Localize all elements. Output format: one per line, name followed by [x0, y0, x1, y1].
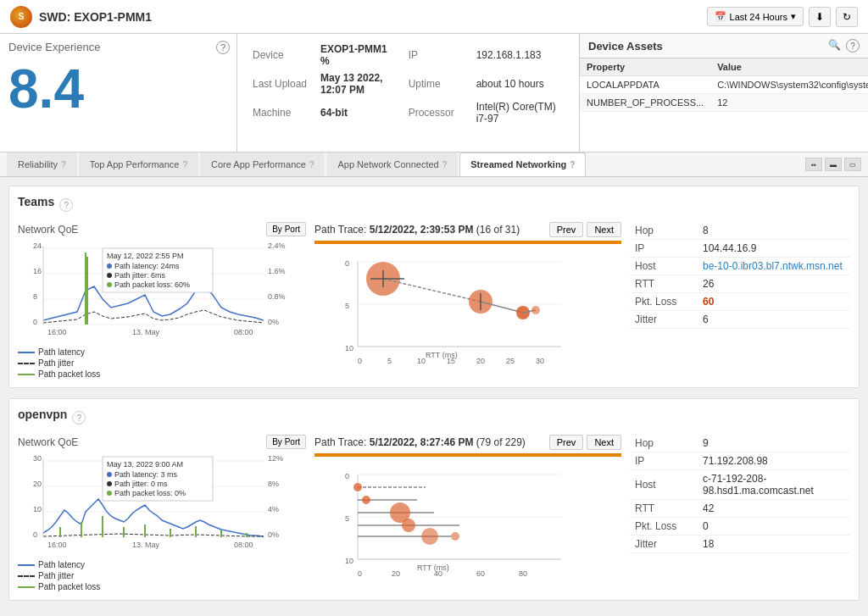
device-experience-help-icon[interactable]: ? — [216, 41, 230, 54]
upload-row: Last Upload May 13 2022, 12:07 PM Uptime… — [248, 69, 569, 98]
svg-text:10: 10 — [345, 557, 353, 565]
openvpn-path-trace-range: (79 of 229) — [476, 436, 526, 448]
jitter-legend-line — [18, 363, 35, 364]
last-upload-label: Last Upload — [248, 69, 315, 98]
svg-text:08:00: 08:00 — [234, 541, 253, 549]
teams-qoe-title-row: Network QoE By Port — [18, 222, 306, 236]
svg-text:30: 30 — [536, 357, 544, 365]
tab-streamed-networking[interactable]: Streamed Networking ? — [459, 153, 586, 176]
view-small-icon[interactable]: ▪▪ — [805, 158, 822, 171]
svg-text:0: 0 — [33, 318, 37, 326]
stat-label: Pkt. Loss — [630, 518, 698, 536]
openvpn-qoe-area: Network QoE By Port 30 20 10 0 12% 8% 4%… — [18, 435, 306, 591]
view-icons: ▪▪ ▬ ▭ — [805, 158, 861, 171]
packetloss-legend-line — [18, 374, 35, 375]
tabs-row: Reliability ?Top App Performance ?Core A… — [0, 153, 868, 177]
tab-top-app-performance[interactable]: Top App Performance ? — [79, 153, 198, 176]
device-info-panel: Device EXOP1-PMM1 % IP 192.168.1.183 Las… — [237, 34, 580, 152]
openvpn-prev-next: Prev Next — [549, 435, 621, 450]
download-button[interactable]: ⬇ — [809, 7, 831, 27]
latency-legend-line — [18, 352, 35, 353]
tab-label: Streamed Networking — [470, 159, 566, 169]
search-icon[interactable]: 🔍 — [828, 39, 841, 53]
view-medium-icon[interactable]: ▬ — [825, 158, 842, 171]
svg-text:13. May: 13. May — [132, 328, 160, 336]
ip-label: IP — [403, 41, 471, 69]
device-assets-panel: Device Assets 🔍 ? Property Value LOCALAP… — [580, 34, 868, 152]
openvpn-prev-button[interactable]: Prev — [549, 435, 584, 450]
svg-point-22 — [107, 273, 112, 278]
openvpn-path-trace-header: Path Trace: 5/12/2022, 8:27:46 PM (79 of… — [314, 435, 621, 450]
teams-by-port-button[interactable]: By Port — [266, 222, 306, 236]
svg-point-24 — [107, 282, 112, 287]
tab-label: Top App Performance — [90, 159, 180, 169]
svg-text:10: 10 — [345, 344, 353, 352]
teams-help[interactable]: ? — [59, 198, 73, 212]
svg-text:0: 0 — [33, 530, 37, 539]
teams-content-row: Network QoE By Port 24 16 8 0 2.4% 1.6% … — [18, 222, 850, 379]
stat-row: Jitter18 — [630, 536, 850, 553]
refresh-button[interactable]: ↻ — [836, 7, 858, 27]
last24-button[interactable]: 📅 Last 24 Hours ▾ — [707, 7, 804, 26]
openvpn-help[interactable]: ? — [72, 411, 86, 425]
teams-title: Teams — [18, 195, 54, 208]
svg-text:2.4%: 2.4% — [268, 241, 286, 250]
ip-value: 192.168.1.183 — [471, 41, 569, 69]
stat-value: c-71-192-208-98.hsd1.ma.comcast.net — [698, 470, 850, 500]
openvpn-chart-legend: Path latency Path jitter Path packet los… — [18, 560, 306, 591]
openvpn-path-trace-label: Path Trace: — [314, 436, 370, 448]
machine-label: Machine — [248, 98, 315, 127]
tab-help-icon: ? — [61, 160, 66, 169]
teams-chart-legend: Path latency Path jitter Path packet los… — [18, 347, 306, 379]
page-title: SWD: EXOP1-PMM1 — [39, 10, 152, 24]
teams-prev-button[interactable]: Prev — [549, 222, 584, 237]
openvpn-jitter-label: Path jitter — [38, 571, 74, 580]
tab-help-icon: ? — [442, 160, 448, 169]
assets-table: Property Value LOCALAPPDATAC:\WINDOWS\sy… — [580, 58, 868, 112]
svg-text:Path latency: 3 ms: Path latency: 3 ms — [114, 470, 178, 479]
svg-text:RTT (ms): RTT (ms) — [417, 563, 449, 572]
openvpn-qoe-title-row: Network QoE By Port — [18, 435, 306, 449]
tab-app-network-connected[interactable]: App Network Connected ? — [326, 153, 458, 176]
stat-value: 60 — [698, 293, 850, 311]
svg-text:13. May: 13. May — [132, 541, 160, 549]
svg-text:0: 0 — [345, 259, 349, 268]
openvpn-legend-jitter: Path jitter — [18, 571, 306, 580]
value-column-header: Value — [710, 58, 868, 76]
stat-value[interactable]: be-10-0.ibr03.bl7.ntwk.msn.net — [698, 258, 850, 275]
uptime-label: Uptime — [403, 69, 471, 98]
teams-path-trace-header: Path Trace: 5/12/2022, 2:39:53 PM (16 of… — [314, 222, 621, 237]
app-logo: S — [10, 6, 32, 28]
view-large-icon[interactable]: ▭ — [844, 158, 861, 171]
stat-value: 18 — [698, 536, 850, 553]
device-experience-panel: Device Experience ? 8.4 — [0, 34, 237, 152]
stat-row: IP104.44.16.9 — [630, 240, 850, 258]
device-assets-icons: 🔍 ? — [828, 39, 860, 53]
openvpn-stats-table: Hop9IP71.192.208.98Hostc-71-192-208-98.h… — [630, 435, 850, 553]
svg-text:30: 30 — [33, 454, 42, 463]
teams-chart-container: 24 16 8 0 2.4% 1.6% 0.8% 0% — [18, 240, 306, 379]
stat-value: 6 — [698, 311, 850, 329]
openvpn-legend-latency: Path latency — [18, 560, 306, 569]
svg-text:5: 5 — [345, 514, 349, 523]
svg-text:Path jitter: 0 ms: Path jitter: 0 ms — [114, 480, 168, 488]
tab-help-icon: ? — [309, 160, 314, 169]
teams-next-button[interactable]: Next — [587, 222, 621, 237]
openvpn-by-port-button[interactable]: By Port — [266, 435, 306, 449]
legend-jitter: Path jitter — [18, 358, 306, 368]
tab-help-icon: ? — [182, 160, 187, 169]
tab-help-icon: ? — [570, 160, 575, 169]
tab-reliability[interactable]: Reliability ? — [7, 153, 77, 176]
openvpn-qoe-title: Network QoE — [18, 436, 78, 448]
svg-text:80: 80 — [519, 569, 527, 578]
svg-text:16:00: 16:00 — [47, 328, 67, 336]
openvpn-next-button[interactable]: Next — [587, 435, 621, 450]
svg-text:0: 0 — [358, 569, 362, 578]
svg-point-20 — [107, 264, 112, 269]
stat-label: RTT — [630, 500, 698, 518]
tab-core-app-performance[interactable]: Core App Performance ? — [200, 153, 325, 176]
openvpn-chart-container: 30 20 10 0 12% 8% 4% 0% — [18, 452, 306, 591]
svg-text:Path packet loss: 60%: Path packet loss: 60% — [114, 280, 190, 289]
svg-text:24: 24 — [33, 241, 42, 250]
help-icon[interactable]: ? — [846, 39, 860, 53]
